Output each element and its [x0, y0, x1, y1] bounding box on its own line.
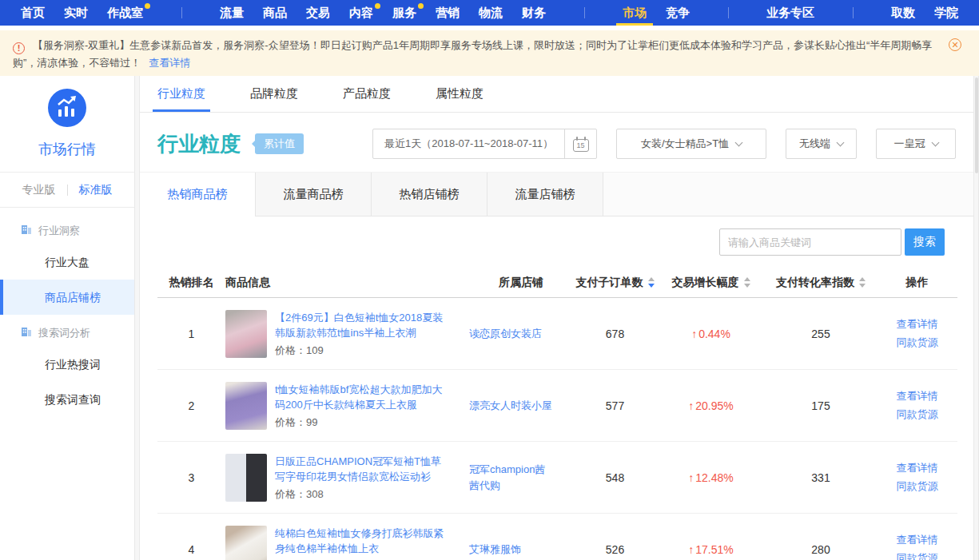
shop-link[interactable]: 读恋原创女装店 [469, 326, 573, 342]
same-supply-link[interactable]: 同款货源 [897, 551, 938, 560]
sidebar-item-商品店铺榜[interactable]: 商品店铺榜 [0, 280, 134, 315]
nav-item-内容[interactable]: 内容 [340, 0, 383, 26]
app-title[interactable]: 市场行情 [0, 140, 134, 159]
tab-industry-granularity[interactable]: 行业粒度 [157, 76, 205, 112]
same-supply-link[interactable]: 同款货源 [897, 336, 938, 350]
same-supply-link[interactable]: 同款货源 [897, 479, 938, 494]
terminal-dropdown[interactable]: 无线端 [786, 129, 857, 159]
view-detail-link[interactable]: 查看详情 [897, 533, 938, 547]
view-detail-link[interactable]: 查看详情 [897, 389, 938, 403]
nav-item-商品[interactable]: 商品 [253, 0, 296, 26]
sidebar-item-搜索词查询[interactable]: 搜索词查询 [0, 382, 134, 417]
growth-value: ↑12.48% [657, 471, 765, 484]
growth-value: ↑0.44% [657, 328, 765, 340]
subtab-filler [603, 173, 973, 216]
product-image[interactable] [225, 526, 267, 560]
shop-link[interactable]: 漂亮女人时装小屋 [469, 398, 573, 414]
tab-attribute-granularity[interactable]: 属性粒度 [436, 76, 484, 112]
view-detail-link[interactable]: 查看详情 [897, 461, 938, 475]
nav-item-市场[interactable]: 市场 [613, 0, 656, 26]
same-supply-link[interactable]: 同款货源 [897, 407, 938, 422]
product-cell: 【2件69元】白色短袖t恤女2018夏装韩版新款韩范t恤ins半袖上衣潮价格：1… [225, 310, 469, 358]
sidebar-item-行业热搜词[interactable]: 行业热搜词 [0, 347, 134, 382]
search-button[interactable]: 搜索 [905, 228, 945, 256]
tab-label: 行业粒度 [157, 86, 205, 101]
page-scrollbar[interactable] [973, 76, 979, 560]
product-title-link[interactable]: 日版正品CHAMPION冠军短袖T恤草写字母印花男女情侣款宽松运动衫 [275, 454, 448, 484]
subtab-热销店铺榜[interactable]: 热销店铺榜 [372, 173, 488, 216]
page-title: 行业粒度 [157, 130, 241, 158]
filter-bar: 最近1天（2018-07-11~2018-07-11） 15 女装/女士精品>T… [372, 129, 956, 159]
category-dropdown[interactable]: 女装/女士精品>T恤 [616, 129, 766, 159]
column-header-orders[interactable]: 支付子订单数 [573, 276, 657, 290]
product-image[interactable] [225, 310, 267, 358]
product-text: 【2件69元】白色短袖t恤女2018夏装韩版新款韩范t恤ins半袖上衣潮价格：1… [275, 310, 469, 358]
nav-item-取数[interactable]: 取数 [881, 0, 925, 26]
tab-label: 属性粒度 [436, 86, 484, 101]
nav-item-物流[interactable]: 物流 [469, 0, 512, 26]
orders-value: 548 [573, 471, 657, 484]
menu-section-搜索词分析[interactable]: 搜索词分析 [0, 315, 134, 347]
subtab-流量商品榜[interactable]: 流量商品榜 [256, 173, 372, 216]
nav-item-服务[interactable]: 服务 [383, 0, 426, 26]
orders-value: 526 [573, 543, 657, 556]
menu-section-label: 行业洞察 [38, 224, 80, 238]
nav-item-财务[interactable]: 财务 [512, 0, 555, 26]
column-header-label: 商品信息 [225, 276, 270, 290]
edition-switch: 专业版标准版 [0, 173, 134, 208]
shop-link[interactable]: 艾琳雅服饰 [469, 542, 573, 558]
table-header: 热销排名 商品信息 所属店铺 支付子订单数 交易增长幅度 支付转化率指数 操作 [157, 268, 957, 298]
sidebar-item-行业大盘[interactable]: 行业大盘 [0, 244, 134, 280]
subtab-热销商品榜[interactable]: 热销商品榜 [140, 173, 256, 216]
column-header-label: 交易增长幅度 [672, 276, 739, 290]
column-header-growth[interactable]: 交易增长幅度 [657, 276, 765, 290]
nav-item-流量[interactable]: 流量 [210, 0, 253, 26]
product-title-link[interactable]: 纯棉白色短袖t恤女修身打底衫韩版紧身纯色棉半袖体恤上衣 [275, 526, 448, 556]
building-icon [21, 327, 32, 340]
nav-item-作战室[interactable]: 作战室 [98, 0, 153, 26]
search-input[interactable] [719, 228, 901, 256]
product-cell: 日版正品CHAMPION冠军短袖T恤草写字母印花男女情侣款宽松运动衫价格：308 [225, 454, 469, 502]
edition-pro[interactable]: 专业版 [11, 183, 67, 197]
up-arrow-icon: ↑ [688, 543, 694, 556]
subtab-流量店铺榜[interactable]: 流量店铺榜 [488, 173, 603, 216]
nav-item-营销[interactable]: 营销 [426, 0, 469, 26]
nav-item-竞争[interactable]: 竞争 [656, 0, 699, 26]
edition-standard[interactable]: 标准版 [68, 183, 124, 197]
sort-icon[interactable] [859, 277, 866, 288]
product-image[interactable] [225, 382, 267, 430]
rank-value: 1 [157, 328, 225, 340]
nav-item-学院[interactable]: 学院 [925, 0, 968, 26]
scrollbar-thumb[interactable] [975, 77, 978, 173]
rank-value: 3 [157, 471, 225, 484]
notice-detail-link[interactable]: 查看详情 [149, 57, 190, 69]
action-cell: 查看详情同款货源 [877, 533, 957, 560]
table-row: 4纯棉白色短袖t恤女修身打底衫韩版紧身纯色棉半袖体恤上衣价格：88艾琳雅服饰52… [157, 514, 957, 560]
nav-item-业务专区[interactable]: 业务专区 [757, 0, 824, 26]
product-image[interactable] [225, 454, 267, 502]
tab-product-granularity[interactable]: 产品粒度 [343, 76, 391, 112]
product-title-link[interactable]: 【2件69元】白色短袖t恤女2018夏装韩版新款韩范t恤ins半袖上衣潮 [275, 310, 448, 340]
sort-icon[interactable] [744, 277, 750, 288]
sidebar-header: 市场行情 [0, 76, 134, 159]
nav-item-实时[interactable]: 实时 [54, 0, 98, 26]
menu-section-行业洞察[interactable]: 行业洞察 [0, 212, 134, 244]
product-title-link[interactable]: t恤女短袖韩版bf宽松超大款加肥加大码200斤中长款纯棉夏天上衣服 [275, 382, 448, 412]
cumulative-badge: 累计值 [255, 133, 304, 154]
seller-level-dropdown[interactable]: 一皇冠 [876, 129, 956, 159]
calendar-button[interactable]: 15 [564, 129, 596, 158]
close-icon[interactable]: ✕ [949, 38, 961, 51]
view-detail-link[interactable]: 查看详情 [897, 317, 938, 332]
nav-item-首页[interactable]: 首页 [11, 0, 54, 26]
sidebar-scrollbar[interactable] [134, 76, 140, 560]
sort-icon[interactable] [648, 277, 655, 288]
calendar-icon: 15 [573, 139, 589, 152]
date-range-picker[interactable]: 最近1天（2018-07-11~2018-07-11） 15 [372, 129, 597, 159]
shop-link[interactable]: 冠军champion茜茜代购 [469, 462, 573, 494]
rank-value: 4 [157, 543, 225, 556]
product-price: 价格：308 [275, 487, 448, 502]
tab-brand-granularity[interactable]: 品牌粒度 [250, 76, 298, 112]
column-header-label: 所属店铺 [499, 276, 543, 290]
column-header-conversion[interactable]: 支付转化率指数 [765, 276, 877, 290]
nav-item-交易[interactable]: 交易 [296, 0, 340, 26]
